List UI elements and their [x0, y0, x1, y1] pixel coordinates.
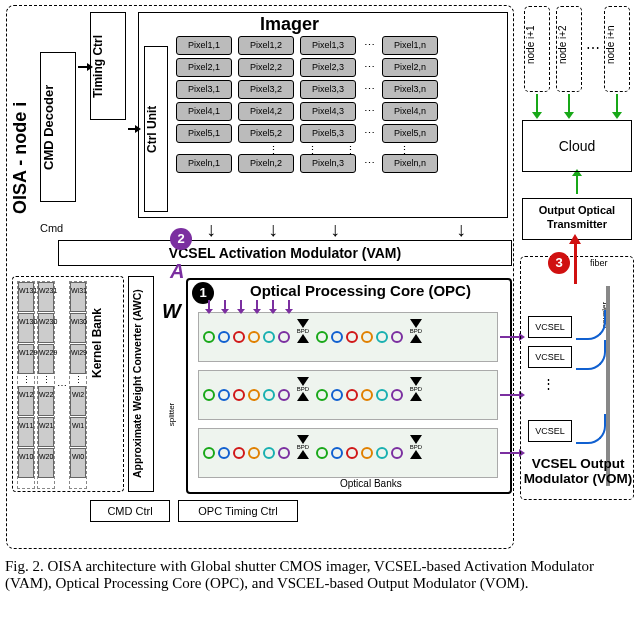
kernel-cell: W130 — [18, 313, 34, 343]
ellipsis-icon: ⋯ — [362, 80, 376, 99]
pixel-cell: Pixel1,3 — [300, 36, 356, 55]
vcsel-box: VCSEL — [528, 346, 572, 368]
optical-bank-row: BPD BPD — [198, 312, 498, 362]
awc-box: Approximate Weight Converter (AWC) — [128, 276, 154, 492]
arrow-down-icon — [616, 94, 618, 114]
ring-icon — [316, 389, 328, 401]
ring-icon — [233, 389, 245, 401]
optical-bank-row: BPD BPD — [198, 370, 498, 420]
pixel-cell: Pixel3,1 — [176, 80, 232, 99]
arrow-down-icon: ↓ — [206, 218, 216, 241]
kernel-cell: Wi29 — [70, 344, 86, 374]
ring-icon — [361, 331, 373, 343]
pixel-cell: Pixel1,1 — [176, 36, 232, 55]
pixel-cell: Pixel2,2 — [238, 58, 294, 77]
pixel-cell: Pixel1,n — [382, 36, 438, 55]
ellipsis-icon: ⋯ — [362, 124, 376, 143]
remote-node-box: node i+1 — [524, 6, 550, 92]
ring-icon — [376, 331, 388, 343]
oisa-label: OISA - node i — [10, 8, 34, 214]
kernel-cell: W131 — [18, 282, 34, 312]
kernel-cell: W10 — [18, 448, 34, 478]
badge-2: 2 — [170, 228, 192, 250]
ring-icon — [346, 331, 358, 343]
fiber-arrow-icon — [574, 242, 577, 284]
optical-bank-row: BPD BPD — [198, 428, 498, 478]
kernel-cell: Wi0 — [70, 448, 86, 478]
kernel-col: W231 W230 W229 ⋮ W22 W21 W20 — [37, 281, 55, 489]
cmd-decoder-label: CMD Decoder — [41, 53, 56, 201]
ring-icon — [218, 389, 230, 401]
ring-modulator-set — [316, 389, 403, 401]
kernel-bank-label: Kernel Bank — [90, 278, 104, 378]
remote-node-label: node i+2 — [557, 7, 568, 87]
pixel-cell: Pixel5,1 — [176, 124, 232, 143]
activation-A-label: A — [170, 260, 184, 283]
bpd-icon: BPD — [294, 319, 312, 355]
pixel-cell: Pixel4,2 — [238, 102, 294, 121]
cmd-input-label: Cmd — [40, 222, 63, 234]
pixel-cell: Pixel5,2 — [238, 124, 294, 143]
pixel-cell: Pixel4,1 — [176, 102, 232, 121]
kernel-cell: W129 — [18, 344, 34, 374]
bpd-icon: BPD — [407, 319, 425, 355]
figure-caption: Fig. 2. OISA architecture with Global sh… — [5, 558, 635, 593]
pixel-cell: Pixeln,n — [382, 154, 438, 173]
pixel-cell: Pixel2,3 — [300, 58, 356, 77]
kernel-cell: Wi2 — [70, 386, 86, 416]
bpd-icon: BPD — [294, 377, 312, 413]
ring-modulator-set — [203, 389, 290, 401]
ring-icon — [361, 447, 373, 459]
figure-container: OISA - node i CMD Decoder Timing Ctrl Im… — [0, 0, 640, 555]
pixel-cell: Pixel2,1 — [176, 58, 232, 77]
splitter-label: splitter — [167, 403, 176, 427]
arrow-down-icon — [288, 300, 290, 310]
kernel-cell: Wi31 — [70, 282, 86, 312]
pixel-cell: Pixel4,3 — [300, 102, 356, 121]
ring-icon — [361, 389, 373, 401]
vom-title: VCSEL Output Modulator (VOM) — [520, 456, 636, 486]
ring-icon — [331, 389, 343, 401]
ring-icon — [218, 331, 230, 343]
kernel-cell: Wi30 — [70, 313, 86, 343]
ellipsis-icon: ⋯ — [362, 102, 376, 121]
cloud-box: Cloud — [522, 120, 632, 172]
arrow-up-icon — [576, 174, 578, 194]
kernel-cell: W21 — [38, 417, 54, 447]
ring-icon — [263, 331, 275, 343]
ellipsis-icon: ⋯ — [362, 58, 376, 77]
remote-node-label: node i+n — [605, 7, 616, 87]
ring-icon — [346, 389, 358, 401]
ring-icon — [218, 447, 230, 459]
kernel-cell: W229 — [38, 344, 54, 374]
kernel-cell: W11 — [18, 417, 34, 447]
awc-label: Approximate Weight Converter (AWC) — [129, 277, 145, 491]
kernel-cell: W231 — [38, 282, 54, 312]
arrow-down-icon — [568, 94, 570, 114]
pixel-grid: Pixel1,1Pixel1,2Pixel1,3⋯Pixel1,n Pixel2… — [176, 36, 502, 212]
ring-icon — [278, 389, 290, 401]
remote-node-box: node i+2 — [556, 6, 582, 92]
arrow-down-icon — [224, 300, 226, 310]
arrow-right-icon — [500, 336, 520, 338]
vcsel-box: VCSEL — [528, 420, 572, 442]
remote-node-label: node i+1 — [525, 7, 536, 87]
ctrl-unit-label: Ctrl Unit — [145, 47, 159, 211]
pixel-cell: Pixel1,2 — [238, 36, 294, 55]
arrow-down-icon — [240, 300, 242, 310]
ring-icon — [203, 331, 215, 343]
pixel-cell: Pixeln,2 — [238, 154, 294, 173]
pixel-cell: Pixeln,1 — [176, 154, 232, 173]
kernel-col: Wi31 Wi30 Wi29 ⋮ Wi2 Wi1 Wi0 — [69, 281, 87, 489]
ellipsis-icon: ⋯ — [586, 40, 600, 56]
ring-icon — [391, 331, 403, 343]
remote-node-box: node i+n — [604, 6, 630, 92]
badge-1: 1 — [192, 282, 214, 304]
arrow-down-icon: ↓ — [456, 218, 466, 241]
weight-W-label: W — [162, 300, 181, 323]
ring-icon — [346, 447, 358, 459]
ring-icon — [263, 389, 275, 401]
ellipsis-icon: ⋮ ⋮ ⋮ ⋮ — [176, 146, 502, 154]
opc-title: Optical Processing Core (OPC) — [250, 282, 471, 299]
ring-icon — [316, 331, 328, 343]
